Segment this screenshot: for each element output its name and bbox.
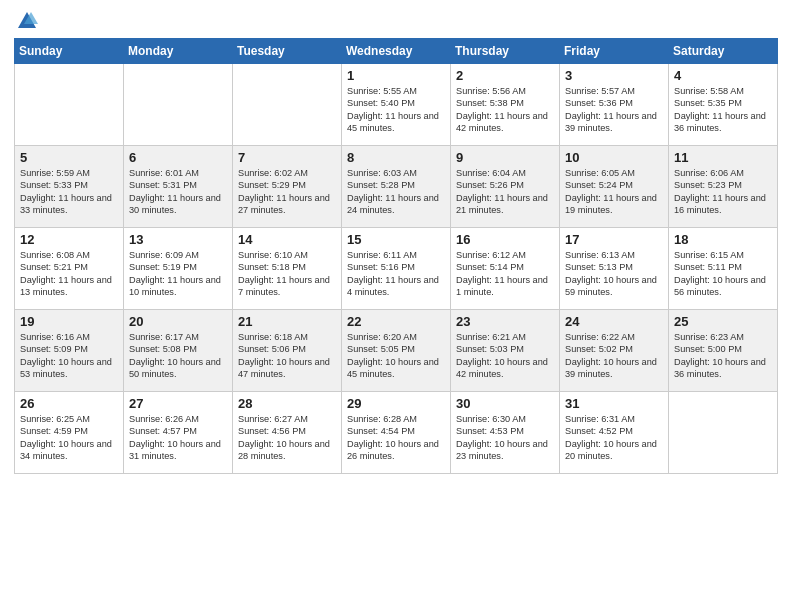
day-number: 24: [565, 314, 663, 329]
calendar-header-saturday: Saturday: [669, 39, 778, 64]
cell-text: Sunrise: 6:25 AM Sunset: 4:59 PM Dayligh…: [20, 413, 118, 463]
cell-text: Sunrise: 6:30 AM Sunset: 4:53 PM Dayligh…: [456, 413, 554, 463]
calendar-header-tuesday: Tuesday: [233, 39, 342, 64]
calendar-cell: 13Sunrise: 6:09 AM Sunset: 5:19 PM Dayli…: [124, 228, 233, 310]
calendar-cell: 24Sunrise: 6:22 AM Sunset: 5:02 PM Dayli…: [560, 310, 669, 392]
calendar-cell: 17Sunrise: 6:13 AM Sunset: 5:13 PM Dayli…: [560, 228, 669, 310]
calendar-cell: 30Sunrise: 6:30 AM Sunset: 4:53 PM Dayli…: [451, 392, 560, 474]
day-number: 5: [20, 150, 118, 165]
main-container: SundayMondayTuesdayWednesdayThursdayFrid…: [0, 0, 792, 482]
day-number: 3: [565, 68, 663, 83]
cell-text: Sunrise: 6:23 AM Sunset: 5:00 PM Dayligh…: [674, 331, 772, 381]
cell-text: Sunrise: 6:06 AM Sunset: 5:23 PM Dayligh…: [674, 167, 772, 217]
calendar-header-wednesday: Wednesday: [342, 39, 451, 64]
calendar-cell: 2Sunrise: 5:56 AM Sunset: 5:38 PM Daylig…: [451, 64, 560, 146]
cell-text: Sunrise: 6:15 AM Sunset: 5:11 PM Dayligh…: [674, 249, 772, 299]
calendar-cell: 28Sunrise: 6:27 AM Sunset: 4:56 PM Dayli…: [233, 392, 342, 474]
day-number: 20: [129, 314, 227, 329]
day-number: 29: [347, 396, 445, 411]
day-number: 18: [674, 232, 772, 247]
calendar-cell: 21Sunrise: 6:18 AM Sunset: 5:06 PM Dayli…: [233, 310, 342, 392]
cell-text: Sunrise: 6:01 AM Sunset: 5:31 PM Dayligh…: [129, 167, 227, 217]
calendar-cell: 16Sunrise: 6:12 AM Sunset: 5:14 PM Dayli…: [451, 228, 560, 310]
cell-text: Sunrise: 6:09 AM Sunset: 5:19 PM Dayligh…: [129, 249, 227, 299]
day-number: 21: [238, 314, 336, 329]
calendar-week-row: 1Sunrise: 5:55 AM Sunset: 5:40 PM Daylig…: [15, 64, 778, 146]
day-number: 10: [565, 150, 663, 165]
day-number: 13: [129, 232, 227, 247]
calendar-cell: 11Sunrise: 6:06 AM Sunset: 5:23 PM Dayli…: [669, 146, 778, 228]
calendar-cell: [669, 392, 778, 474]
cell-text: Sunrise: 6:20 AM Sunset: 5:05 PM Dayligh…: [347, 331, 445, 381]
calendar-cell: 8Sunrise: 6:03 AM Sunset: 5:28 PM Daylig…: [342, 146, 451, 228]
cell-text: Sunrise: 6:04 AM Sunset: 5:26 PM Dayligh…: [456, 167, 554, 217]
logo: [14, 10, 38, 30]
calendar-cell: [124, 64, 233, 146]
day-number: 9: [456, 150, 554, 165]
calendar-cell: 9Sunrise: 6:04 AM Sunset: 5:26 PM Daylig…: [451, 146, 560, 228]
calendar-cell: 20Sunrise: 6:17 AM Sunset: 5:08 PM Dayli…: [124, 310, 233, 392]
calendar-cell: 10Sunrise: 6:05 AM Sunset: 5:24 PM Dayli…: [560, 146, 669, 228]
calendar-cell: 4Sunrise: 5:58 AM Sunset: 5:35 PM Daylig…: [669, 64, 778, 146]
calendar-cell: 6Sunrise: 6:01 AM Sunset: 5:31 PM Daylig…: [124, 146, 233, 228]
day-number: 4: [674, 68, 772, 83]
day-number: 30: [456, 396, 554, 411]
calendar-header-sunday: Sunday: [15, 39, 124, 64]
calendar-header-monday: Monday: [124, 39, 233, 64]
cell-text: Sunrise: 6:10 AM Sunset: 5:18 PM Dayligh…: [238, 249, 336, 299]
day-number: 26: [20, 396, 118, 411]
cell-text: Sunrise: 6:12 AM Sunset: 5:14 PM Dayligh…: [456, 249, 554, 299]
day-number: 7: [238, 150, 336, 165]
calendar-table: SundayMondayTuesdayWednesdayThursdayFrid…: [14, 38, 778, 474]
day-number: 14: [238, 232, 336, 247]
calendar-cell: 29Sunrise: 6:28 AM Sunset: 4:54 PM Dayli…: [342, 392, 451, 474]
calendar-week-row: 12Sunrise: 6:08 AM Sunset: 5:21 PM Dayli…: [15, 228, 778, 310]
cell-text: Sunrise: 6:13 AM Sunset: 5:13 PM Dayligh…: [565, 249, 663, 299]
cell-text: Sunrise: 6:28 AM Sunset: 4:54 PM Dayligh…: [347, 413, 445, 463]
cell-text: Sunrise: 6:27 AM Sunset: 4:56 PM Dayligh…: [238, 413, 336, 463]
cell-text: Sunrise: 6:21 AM Sunset: 5:03 PM Dayligh…: [456, 331, 554, 381]
day-number: 28: [238, 396, 336, 411]
calendar-cell: 18Sunrise: 6:15 AM Sunset: 5:11 PM Dayli…: [669, 228, 778, 310]
calendar-cell: [233, 64, 342, 146]
calendar-week-row: 5Sunrise: 5:59 AM Sunset: 5:33 PM Daylig…: [15, 146, 778, 228]
calendar-cell: 5Sunrise: 5:59 AM Sunset: 5:33 PM Daylig…: [15, 146, 124, 228]
day-number: 12: [20, 232, 118, 247]
cell-text: Sunrise: 6:26 AM Sunset: 4:57 PM Dayligh…: [129, 413, 227, 463]
calendar-header-friday: Friday: [560, 39, 669, 64]
day-number: 15: [347, 232, 445, 247]
cell-text: Sunrise: 6:02 AM Sunset: 5:29 PM Dayligh…: [238, 167, 336, 217]
calendar-cell: 26Sunrise: 6:25 AM Sunset: 4:59 PM Dayli…: [15, 392, 124, 474]
calendar-cell: 19Sunrise: 6:16 AM Sunset: 5:09 PM Dayli…: [15, 310, 124, 392]
cell-text: Sunrise: 5:55 AM Sunset: 5:40 PM Dayligh…: [347, 85, 445, 135]
calendar-cell: 25Sunrise: 6:23 AM Sunset: 5:00 PM Dayli…: [669, 310, 778, 392]
calendar-cell: 31Sunrise: 6:31 AM Sunset: 4:52 PM Dayli…: [560, 392, 669, 474]
day-number: 1: [347, 68, 445, 83]
calendar-cell: 27Sunrise: 6:26 AM Sunset: 4:57 PM Dayli…: [124, 392, 233, 474]
day-number: 27: [129, 396, 227, 411]
calendar-cell: 14Sunrise: 6:10 AM Sunset: 5:18 PM Dayli…: [233, 228, 342, 310]
logo-icon: [16, 10, 38, 32]
calendar-cell: 3Sunrise: 5:57 AM Sunset: 5:36 PM Daylig…: [560, 64, 669, 146]
calendar-cell: 1Sunrise: 5:55 AM Sunset: 5:40 PM Daylig…: [342, 64, 451, 146]
header: [14, 10, 778, 30]
day-number: 19: [20, 314, 118, 329]
calendar-header-row: SundayMondayTuesdayWednesdayThursdayFrid…: [15, 39, 778, 64]
calendar-cell: 22Sunrise: 6:20 AM Sunset: 5:05 PM Dayli…: [342, 310, 451, 392]
day-number: 31: [565, 396, 663, 411]
day-number: 16: [456, 232, 554, 247]
day-number: 23: [456, 314, 554, 329]
calendar-cell: [15, 64, 124, 146]
day-number: 25: [674, 314, 772, 329]
day-number: 22: [347, 314, 445, 329]
cell-text: Sunrise: 6:17 AM Sunset: 5:08 PM Dayligh…: [129, 331, 227, 381]
cell-text: Sunrise: 6:03 AM Sunset: 5:28 PM Dayligh…: [347, 167, 445, 217]
calendar-week-row: 19Sunrise: 6:16 AM Sunset: 5:09 PM Dayli…: [15, 310, 778, 392]
cell-text: Sunrise: 5:59 AM Sunset: 5:33 PM Dayligh…: [20, 167, 118, 217]
day-number: 2: [456, 68, 554, 83]
calendar-cell: 12Sunrise: 6:08 AM Sunset: 5:21 PM Dayli…: [15, 228, 124, 310]
day-number: 11: [674, 150, 772, 165]
cell-text: Sunrise: 6:22 AM Sunset: 5:02 PM Dayligh…: [565, 331, 663, 381]
cell-text: Sunrise: 6:31 AM Sunset: 4:52 PM Dayligh…: [565, 413, 663, 463]
cell-text: Sunrise: 6:11 AM Sunset: 5:16 PM Dayligh…: [347, 249, 445, 299]
